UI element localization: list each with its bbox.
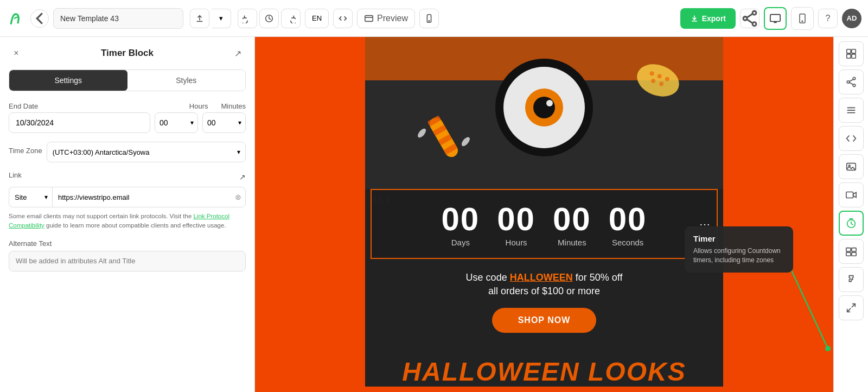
top-bar: ▾ EN Preview Export bbox=[0, 0, 868, 37]
helper-text: Some email clients may not support certa… bbox=[9, 212, 246, 231]
upload-button[interactable] bbox=[190, 9, 209, 28]
logo bbox=[7, 9, 26, 28]
history-button[interactable] bbox=[259, 9, 279, 28]
timezone-row: Time Zone (UTC+03:00) Antarctica/Syowa (… bbox=[9, 142, 246, 162]
left-panel: × Timer Block ↗ Settings Styles End Date… bbox=[0, 37, 255, 392]
alt-text-input[interactable] bbox=[9, 251, 246, 271]
sidebar-video-button[interactable] bbox=[839, 182, 864, 207]
tooltip-title: Timer bbox=[693, 234, 784, 243]
minutes-label: Minutes bbox=[221, 102, 246, 110]
end-date-input[interactable] bbox=[9, 112, 150, 133]
sidebar-resize-button[interactable] bbox=[839, 295, 864, 320]
link-url-input[interactable] bbox=[52, 187, 246, 207]
svg-point-38 bbox=[847, 81, 850, 84]
timer-tooltip: Timer Allows configuring Countdown timer… bbox=[685, 226, 793, 273]
timer-seconds-label: Seconds bbox=[612, 238, 643, 247]
link-type-select[interactable]: Site Email Phone bbox=[9, 187, 52, 207]
svg-rect-47 bbox=[851, 248, 856, 251]
tooltip-desc: Allows configuring Countdown timers, inc… bbox=[693, 246, 784, 265]
panel-title: Timer Block bbox=[101, 48, 154, 59]
tab-styles[interactable]: Styles bbox=[127, 70, 246, 91]
svg-point-6 bbox=[743, 16, 747, 20]
main-layout: × Timer Block ↗ Settings Styles End Date… bbox=[0, 37, 868, 392]
language-button[interactable]: EN bbox=[305, 9, 329, 28]
alt-text-label: Alternate Text bbox=[9, 239, 246, 248]
svg-rect-49 bbox=[851, 252, 856, 256]
svg-point-4 bbox=[752, 11, 756, 15]
hours-label: Hours bbox=[189, 102, 208, 110]
share-button[interactable] bbox=[740, 9, 760, 28]
mobile-view-button[interactable] bbox=[791, 7, 814, 30]
preview-button[interactable]: Preview bbox=[357, 9, 415, 28]
template-name-input[interactable] bbox=[53, 8, 183, 29]
help-button[interactable]: ? bbox=[818, 9, 838, 28]
sidebar-puzzle-button[interactable] bbox=[839, 267, 864, 292]
svg-rect-7 bbox=[770, 14, 780, 21]
tab-row: Settings Styles bbox=[9, 69, 246, 91]
sidebar-share-button[interactable] bbox=[839, 69, 864, 94]
shop-now-button[interactable]: SHOP NOW bbox=[492, 308, 597, 333]
code-view-button[interactable] bbox=[333, 9, 353, 28]
timer-minutes: 00 Minutes bbox=[553, 203, 591, 247]
hours-select-wrapper: 000102 bbox=[155, 112, 198, 133]
tab-settings[interactable]: Settings bbox=[9, 70, 127, 91]
timer-units: 00 Days 00 Hours 00 Minutes bbox=[442, 203, 647, 247]
svg-rect-48 bbox=[846, 252, 850, 256]
site-select-wrapper: Site Email Phone bbox=[9, 187, 52, 207]
canvas-scroll[interactable]: ⠿⠿⠿ 00 Days 00 Hours bbox=[255, 37, 833, 392]
svg-point-3 bbox=[429, 20, 429, 21]
sidebar-gallery-button[interactable] bbox=[839, 239, 864, 264]
fields-top-row: End Date Hours Minutes bbox=[9, 102, 246, 112]
svg-rect-46 bbox=[846, 248, 850, 251]
panel-close-button[interactable]: × bbox=[9, 46, 24, 61]
timer-hours: 00 Hours bbox=[497, 203, 535, 247]
avatar[interactable]: AD bbox=[842, 9, 861, 28]
halloween-footer: HALLOWEEN LOOKS bbox=[365, 346, 723, 387]
svg-point-36 bbox=[853, 77, 856, 80]
panel-expand-button[interactable]: ↗ bbox=[231, 46, 246, 61]
halloween-header-image bbox=[365, 37, 723, 189]
hours-col: Hours bbox=[189, 102, 208, 112]
redo-button[interactable] bbox=[281, 9, 301, 28]
undo-button[interactable] bbox=[238, 9, 257, 28]
halloween-looks-text: HALLOWEEN LOOKS bbox=[365, 357, 723, 387]
sidebar-code-button[interactable] bbox=[839, 126, 864, 151]
timer-minutes-value: 00 bbox=[553, 203, 591, 236]
canvas-area: ⠿⠿⠿ 00 Days 00 Hours bbox=[255, 37, 833, 392]
desktop-view-button[interactable] bbox=[764, 7, 787, 30]
url-wrapper: ⊗ bbox=[52, 187, 246, 207]
back-button[interactable] bbox=[30, 9, 49, 28]
export-button[interactable]: Export bbox=[680, 8, 736, 29]
url-clear-button[interactable]: ⊗ bbox=[235, 193, 241, 201]
desktop-device-wrapper bbox=[764, 7, 787, 30]
promo-section: Use code HALLOWEEN for 50% off all order… bbox=[365, 259, 723, 346]
end-date-col: End Date bbox=[9, 102, 176, 112]
date-fields-row: 000102 00153045 bbox=[9, 112, 246, 133]
upload-dropdown-button[interactable]: ▾ bbox=[212, 9, 231, 28]
link-label: Link bbox=[9, 171, 22, 179]
sidebar-lines-button[interactable] bbox=[839, 98, 864, 123]
sidebar-timer-button[interactable] bbox=[839, 211, 864, 236]
svg-point-5 bbox=[752, 22, 756, 26]
promo-sub-text: all orders of $100 or more bbox=[382, 286, 706, 297]
mobile-preview-button[interactable] bbox=[419, 9, 439, 28]
timer-minutes-label: Minutes bbox=[558, 238, 586, 247]
minutes-select-wrapper: 00153045 bbox=[202, 112, 246, 133]
svg-point-9 bbox=[802, 21, 803, 22]
hours-select[interactable]: 000102 bbox=[155, 112, 198, 133]
minutes-select[interactable]: 00153045 bbox=[202, 112, 246, 133]
timer-block[interactable]: 00 Days 00 Hours 00 Minutes bbox=[371, 189, 718, 259]
timer-days: 00 Days bbox=[442, 203, 480, 247]
sidebar-blocks-button[interactable] bbox=[839, 41, 864, 66]
right-sidebar bbox=[833, 37, 868, 392]
svg-point-43 bbox=[848, 165, 850, 167]
toolbar-upload-group: ▾ bbox=[190, 9, 231, 28]
timezone-select[interactable]: (UTC+03:00) Antarctica/Syowa (UTC+00:00)… bbox=[47, 142, 246, 162]
toolbar-history-group bbox=[238, 9, 301, 28]
timer-seconds-value: 00 bbox=[609, 203, 647, 236]
timer-hours-value: 00 bbox=[497, 203, 535, 236]
link-external-icon[interactable]: ↗ bbox=[239, 173, 246, 181]
svg-rect-34 bbox=[846, 54, 850, 58]
sidebar-image-button[interactable] bbox=[839, 154, 864, 179]
promo-text: Use code HALLOWEEN for 50% off bbox=[382, 272, 706, 283]
